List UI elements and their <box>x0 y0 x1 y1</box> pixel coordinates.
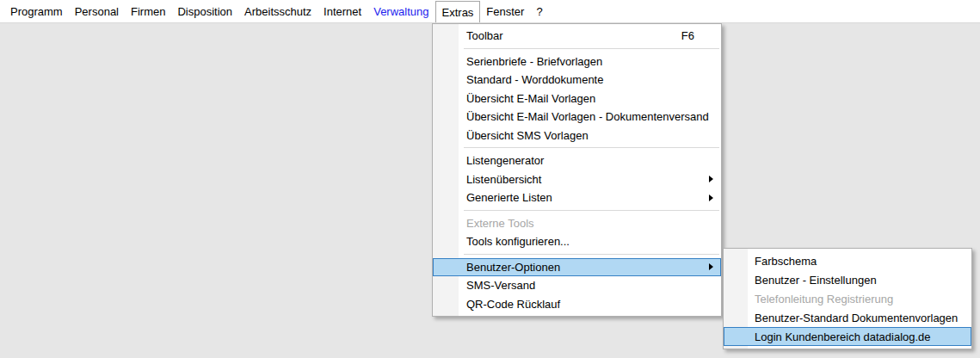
menubar-item-firmen[interactable]: Firmen <box>125 1 171 22</box>
menu-item-serienbriefe-briefvorlagen[interactable]: Serienbriefe - Briefvorlagen <box>433 52 721 71</box>
menu-item-label: Benutzer - Einstellungen <box>755 274 962 287</box>
menu-item-label: Generierte Listen <box>466 191 712 204</box>
menu-item-label: Übersicht E-Mail Vorlagen - Dokumentenve… <box>466 110 712 123</box>
menu-item-standard-worddokumente[interactable]: Standard - Worddokumente <box>433 71 721 90</box>
menu-item-generierte-listen[interactable]: Generierte Listen <box>433 188 721 207</box>
menu-item-listengenerator[interactable]: Listengenerator <box>433 151 721 170</box>
menu-item-listenubersicht[interactable]: Listenübersicht <box>433 170 721 189</box>
menu-item-label: Benutzer-Optionen <box>466 261 712 274</box>
menu-item-sms-versand[interactable]: SMS-Versand <box>433 276 721 295</box>
menu-item-label: Toolbar <box>466 29 671 42</box>
menu-item-label: Listenübersicht <box>466 173 712 186</box>
menu-item-login-kundenbereich-datadialog-de[interactable]: Login Kundenbereich datadialog.de <box>724 327 971 346</box>
menubar-item-arbeitsschutz[interactable]: Arbeitsschutz <box>238 1 317 22</box>
submenu-arrow-icon <box>709 263 713 270</box>
menu-item-label: Listengenerator <box>466 154 712 167</box>
menubar-item-internet[interactable]: Internet <box>317 1 367 22</box>
extras-dropdown-menu: ToolbarF6Serienbriefe - BriefvorlagenSta… <box>432 23 722 317</box>
menubar-item-fenster[interactable]: Fenster <box>480 1 530 22</box>
menu-item-ubersicht-e-mail-vorlagen-dokumentenversand[interactable]: Übersicht E-Mail Vorlagen - Dokumentenve… <box>433 108 721 127</box>
menu-item-ubersicht-e-mail-vorlagen[interactable]: Übersicht E-Mail Vorlagen <box>433 90 721 108</box>
menubar: ProgrammPersonalFirmenDispositionArbeits… <box>0 0 980 23</box>
menu-item-farbschema[interactable]: Farbschema <box>724 251 971 270</box>
menu-item-benutzer-standard-dokumentenvorlagen[interactable]: Benutzer-Standard Dokumentenvorlagen <box>724 308 971 327</box>
menu-item-benutzer-einstellungen[interactable]: Benutzer - Einstellungen <box>724 270 971 289</box>
menu-item-label: Übersicht E-Mail Vorlagen <box>466 92 712 105</box>
menu-item-label: Tools konfigurieren... <box>466 235 712 248</box>
menu-item-label: SMS-Versand <box>466 279 712 292</box>
menubar-item-disposition[interactable]: Disposition <box>171 1 238 22</box>
menu-item-label: QR-Code Rücklauf <box>466 298 712 311</box>
menu-item-qr-code-rucklauf[interactable]: QR-Code Rücklauf <box>433 295 721 314</box>
menu-item-label: Farbschema <box>755 255 962 268</box>
menu-item-label: Benutzer-Standard Dokumentenvorlagen <box>755 312 962 324</box>
menu-item-label: Standard - Worddokumente <box>466 73 712 86</box>
menu-separator <box>464 48 719 49</box>
menu-separator <box>464 147 719 148</box>
menubar-item-verwaltung[interactable]: Verwaltung <box>367 1 435 22</box>
menu-separator <box>464 210 719 211</box>
menubar-item-personal[interactable]: Personal <box>69 1 125 22</box>
menu-item-ubersicht-sms-vorlagen[interactable]: Übersicht SMS Vorlagen <box>433 127 721 145</box>
menu-separator <box>464 254 719 255</box>
menu-item-label: Externe Tools <box>466 217 712 230</box>
menu-item-label: Übersicht SMS Vorlagen <box>466 129 712 142</box>
menu-item-benutzer-optionen[interactable]: Benutzer-Optionen <box>433 258 721 277</box>
menu-item-telefonleitung-registrierung: Telefonleitung Registrierung <box>724 289 971 308</box>
menubar-item-programm[interactable]: Programm <box>4 1 69 22</box>
submenu-arrow-icon <box>709 176 713 182</box>
submenu-arrow-icon <box>709 194 713 201</box>
menubar-item-extras[interactable]: Extras <box>435 1 481 22</box>
menu-item-shortcut: F6 <box>681 29 694 42</box>
menu-item-externe-tools: Externe Tools <box>433 214 721 233</box>
benutzer-optionen-submenu: FarbschemaBenutzer - EinstellungenTelefo… <box>723 248 972 349</box>
menu-item-tools-konfigurieren[interactable]: Tools konfigurieren... <box>433 232 721 251</box>
menu-item-label: Telefonleitung Registrierung <box>755 293 962 306</box>
menu-item-label: Serienbriefe - Briefvorlagen <box>466 55 712 68</box>
menu-item-toolbar[interactable]: ToolbarF6 <box>433 27 721 46</box>
menu-item-label: Login Kundenbereich datadialog.de <box>755 330 962 343</box>
menubar-item-9[interactable]: ? <box>530 1 548 22</box>
